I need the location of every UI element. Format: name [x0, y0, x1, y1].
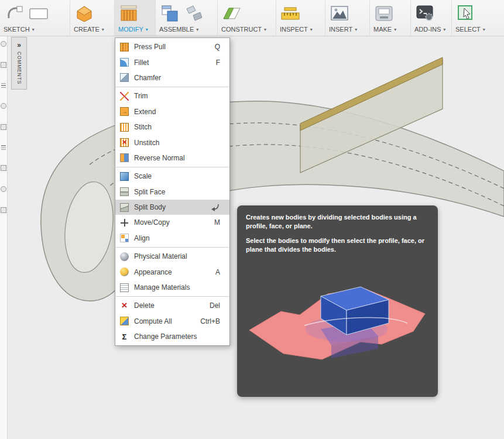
toolbar-label-insert: INSERT	[329, 26, 357, 33]
menu-item-split-body[interactable]: Split Body	[115, 200, 229, 215]
extend-icon	[120, 107, 129, 116]
menu-item-label: Change Parameters	[134, 332, 197, 341]
panel-icon[interactable]	[1, 41, 6, 47]
menu-item-compute-all[interactable]: Compute All Ctrl+B	[115, 314, 229, 329]
panel-icon[interactable]	[1, 103, 6, 109]
menu-item-align[interactable]: Align	[115, 231, 229, 246]
comments-label: COMMENTS	[16, 52, 22, 84]
insert-image-icon[interactable]	[329, 3, 350, 24]
menu-item-press-pull[interactable]: Press Pull Q	[115, 39, 229, 54]
joint-icon[interactable]	[184, 3, 205, 24]
move-copy-icon	[120, 218, 129, 227]
menu-item-label: Reverse Normal	[134, 154, 185, 162]
menu-item-label: Press Pull	[134, 43, 166, 51]
stitch-icon	[120, 123, 129, 132]
change-parameters-icon	[120, 332, 129, 341]
menu-separator	[116, 296, 229, 297]
reverse-normal-icon	[120, 153, 129, 162]
menu-item-physical-material[interactable]: Physical Material	[115, 249, 229, 264]
tooltip-paragraph: Creates new bodies by dividing selected …	[246, 213, 429, 230]
make-icon[interactable]	[373, 3, 395, 24]
menu-item-label: Split Face	[134, 188, 165, 196]
menu-item-shortcut: Q	[215, 43, 225, 51]
toolbar: SKETCH CREATE MODIFY	[0, 0, 504, 36]
toolbar-group-modify[interactable]: MODIFY	[115, 0, 156, 36]
panel-icon[interactable]	[1, 207, 6, 213]
panel-icon[interactable]	[1, 83, 6, 88]
compute-all-icon	[120, 317, 129, 325]
toolbar-group-select[interactable]: SELECT	[452, 0, 503, 36]
menu-item-extend[interactable]: Extend	[115, 104, 229, 119]
curved-return-arrow-icon	[211, 203, 220, 212]
press-pull-icon	[120, 43, 129, 52]
toolbar-group-inspect[interactable]: INSPECT	[276, 0, 325, 36]
menu-item-stitch[interactable]: Stitch	[115, 119, 229, 135]
rectangle-tool-icon[interactable]	[28, 3, 49, 24]
toolbar-label-inspect: INSPECT	[280, 26, 313, 33]
select-tool-icon[interactable]	[455, 3, 476, 24]
menu-item-scale[interactable]: Scale	[115, 169, 229, 184]
menu-item-label: Extend	[134, 108, 156, 116]
construct-plane-icon[interactable]	[221, 3, 242, 24]
create-solid-icon[interactable]	[74, 3, 95, 24]
menu-item-label: Physical Material	[134, 252, 187, 260]
menu-item-manage-materials[interactable]: Manage Materials	[115, 280, 229, 295]
measure-icon[interactable]	[280, 3, 301, 24]
toolbar-group-assemble[interactable]: ASSEMBLE	[156, 0, 218, 36]
toolbar-label-construct: CONSTRUCT	[221, 26, 266, 33]
create-sketch-icon[interactable]	[4, 3, 25, 24]
scripts-addins-icon[interactable]	[414, 3, 436, 24]
toolbar-label-modify: MODIFY	[118, 26, 148, 33]
menu-item-shortcut: Del	[210, 301, 225, 310]
toolbar-label-sketch: SKETCH	[4, 26, 35, 33]
toolbar-group-create[interactable]: CREATE	[70, 0, 115, 36]
menu-item-label: Trim	[134, 92, 148, 100]
menu-item-trim[interactable]: Trim	[115, 88, 229, 104]
menu-item-label: Scale	[134, 172, 152, 180]
new-component-icon[interactable]	[159, 3, 180, 24]
toolbar-group-sketch[interactable]: SKETCH	[0, 0, 70, 36]
menu-item-move-copy[interactable]: Move/Copy M	[115, 215, 229, 230]
physical-material-icon	[120, 252, 129, 261]
menu-item-label: Delete	[134, 301, 155, 310]
align-icon	[120, 234, 129, 242]
press-pull-toolbar-icon[interactable]	[118, 3, 139, 24]
panel-icon[interactable]	[1, 165, 6, 171]
toolbar-group-insert[interactable]: INSERT	[325, 0, 370, 36]
menu-item-shortcut: A	[215, 268, 225, 276]
toolbar-label-make: MAKE	[373, 26, 396, 33]
manage-materials-icon	[120, 283, 129, 292]
panel-icon[interactable]	[1, 186, 6, 192]
split-body-illustration	[246, 260, 429, 384]
menu-item-chamfer[interactable]: Chamfer	[115, 70, 229, 85]
modify-menu: Press Pull Q Fillet F Chamfer Trim Exten…	[115, 37, 230, 346]
menu-item-label: Appearance	[134, 268, 172, 276]
expand-comments-icon[interactable]	[17, 39, 21, 50]
toolbar-label-select: SELECT	[455, 26, 485, 33]
menu-item-appearance[interactable]: Appearance A	[115, 264, 229, 279]
split-face-icon	[120, 187, 129, 196]
menu-item-change-parameters[interactable]: Change Parameters	[115, 329, 229, 344]
menu-item-shortcut: M	[214, 218, 225, 227]
fusion360-window: SKETCH CREATE MODIFY	[0, 0, 504, 439]
menu-item-trailing	[211, 203, 225, 212]
menu-item-split-face[interactable]: Split Face	[115, 184, 229, 200]
menu-item-label: Stitch	[134, 123, 152, 131]
toolbar-group-construct[interactable]: CONSTRUCT	[218, 0, 276, 36]
menu-item-label: Move/Copy	[134, 218, 170, 227]
left-panel-strip	[0, 36, 8, 439]
comments-tab[interactable]: COMMENTS	[11, 37, 27, 90]
toolbar-group-make[interactable]: MAKE	[370, 0, 411, 36]
menu-item-unstitch[interactable]: Unstitch	[115, 135, 229, 150]
panel-icon[interactable]	[1, 145, 6, 150]
menu-separator	[116, 167, 229, 167]
menu-item-label: Chamfer	[134, 74, 161, 82]
panel-icon[interactable]	[1, 124, 6, 130]
toolbar-label-addins: ADD-INS	[414, 26, 445, 33]
toolbar-label-assemble: ASSEMBLE	[159, 26, 198, 33]
menu-item-delete[interactable]: Delete Del	[115, 298, 229, 313]
menu-item-fillet[interactable]: Fillet F	[115, 54, 229, 70]
menu-item-reverse-normal[interactable]: Reverse Normal	[115, 150, 229, 166]
panel-icon[interactable]	[1, 62, 6, 68]
toolbar-group-addins[interactable]: ADD-INS	[411, 0, 452, 36]
